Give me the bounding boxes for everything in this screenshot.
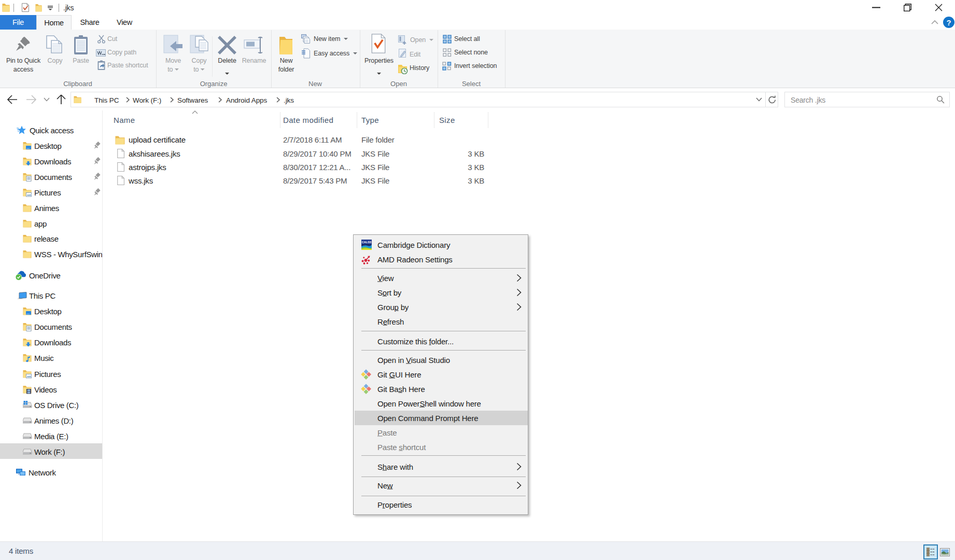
svg-text:CALD3: CALD3: [362, 241, 371, 244]
